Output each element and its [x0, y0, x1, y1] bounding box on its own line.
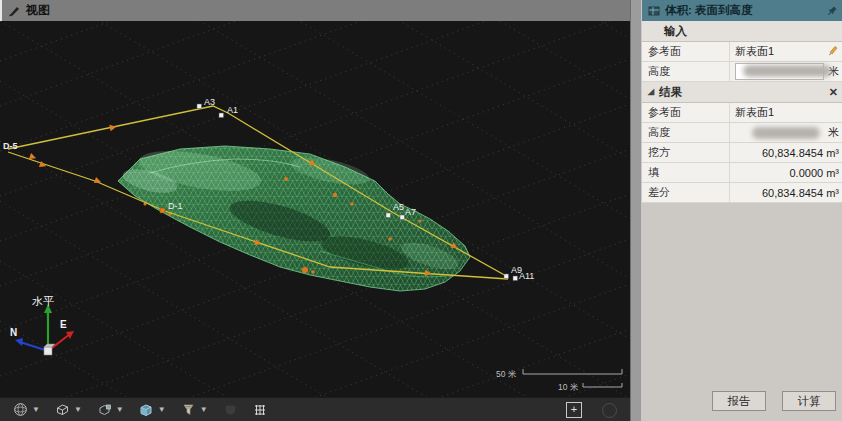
difference-volume-text: 60,834.8454 m³: [762, 187, 839, 199]
volume-panel: 体积: 表面到高度 输入 参考面 新表面1 高度 米: [642, 0, 842, 421]
point-cloud-disabled-icon: [222, 401, 239, 418]
cut-volume-text: 60,834.8454 m³: [762, 147, 839, 159]
result-height-row: 高度 米: [642, 123, 842, 143]
clear-results-icon[interactable]: ✕: [829, 86, 838, 99]
reference-surface-value-cell[interactable]: 新表面1: [730, 42, 842, 61]
svg-text:N: N: [10, 327, 17, 338]
height-input[interactable]: [735, 63, 824, 80]
render-mode-dropdown[interactable]: ▼: [31, 406, 41, 414]
add-view-button[interactable]: +: [566, 402, 582, 418]
panel-button-row: 报告 计算: [642, 387, 842, 421]
report-button[interactable]: 报告: [712, 391, 766, 411]
view-box-dropdown[interactable]: ▼: [115, 406, 125, 414]
pin-icon[interactable]: [826, 5, 838, 17]
fill-volume-row: 填 0.0000 m³: [642, 163, 842, 183]
clip-box-dropdown[interactable]: ▼: [73, 406, 83, 414]
svg-text:50 米: 50 米: [496, 369, 517, 379]
panel-empty-area: [642, 203, 842, 387]
svg-text:A3: A3: [204, 97, 215, 107]
reference-surface-input-row: 参考面 新表面1: [642, 42, 842, 62]
view-box-icon[interactable]: [96, 401, 113, 418]
render-mode-icon[interactable]: [12, 401, 29, 418]
svg-text:水平: 水平: [32, 295, 54, 307]
input-section-header[interactable]: 输入: [642, 21, 842, 42]
fill-volume-value: 0.0000 m³: [730, 163, 842, 182]
view-3d: 视图: [0, 0, 630, 421]
filter-dropdown[interactable]: ▼: [199, 406, 209, 414]
clip-box-icon[interactable]: [54, 401, 71, 418]
height-input-row: 高度 米: [642, 62, 842, 82]
svg-text:A1: A1: [227, 105, 238, 115]
panel-splitter[interactable]: [630, 0, 642, 421]
panel-titlebar[interactable]: 体积: 表面到高度: [642, 0, 842, 21]
svg-text:A5: A5: [393, 202, 404, 212]
result-height-label: 高度: [642, 123, 730, 142]
height-value-redacted: [743, 65, 831, 77]
app-window: 视图: [0, 0, 842, 421]
svg-text:A11: A11: [519, 271, 534, 281]
results-section-label: 结果: [659, 85, 682, 100]
cut-volume-label: 挖方: [642, 143, 730, 162]
result-reference-surface-text: 新表面1: [735, 105, 774, 120]
reference-surface-value: 新表面1: [735, 44, 774, 59]
pan-disabled-icon: [602, 403, 617, 418]
svg-text:D-5: D-5: [3, 141, 18, 151]
result-height-unit: 米: [828, 125, 839, 140]
cut-volume-row: 挖方 60,834.8454 m³: [642, 143, 842, 163]
svg-text:D-1: D-1: [168, 201, 183, 211]
scene-wrap: A3 A1 D-5 D-1 A5 A7 A9 A11 水平 N: [0, 21, 630, 397]
input-section-label: 输入: [664, 24, 687, 39]
result-height-value: 米: [730, 123, 842, 142]
height-label: 高度: [642, 62, 730, 81]
fill-volume-text: 0.0000 m³: [789, 167, 839, 179]
view-pen-icon: [8, 4, 21, 17]
difference-volume-row: 差分 60,834.8454 m³: [642, 183, 842, 203]
grid-icon[interactable]: [252, 401, 269, 418]
result-reference-surface-row: 参考面 新表面1: [642, 103, 842, 123]
svg-text:A7: A7: [405, 207, 416, 217]
result-height-redacted: [752, 127, 820, 139]
cut-volume-value: 60,834.8454 m³: [730, 143, 842, 162]
fill-volume-label: 填: [642, 163, 730, 182]
viewport-titlebar[interactable]: 视图: [0, 0, 630, 21]
volume-panel-icon: [648, 5, 660, 17]
difference-volume-value: 60,834.8454 m³: [730, 183, 842, 202]
collapse-icon[interactable]: ◢: [648, 88, 654, 96]
height-value-cell: 米: [730, 62, 842, 81]
difference-volume-label: 差分: [642, 183, 730, 202]
svg-text:10 米: 10 米: [558, 382, 579, 392]
filter-icon[interactable]: [180, 401, 197, 418]
viewport-title: 视图: [26, 2, 50, 19]
calculate-button[interactable]: 计算: [782, 391, 836, 411]
scene-3d[interactable]: A3 A1 D-5 D-1 A5 A7 A9 A11 水平 N: [0, 21, 630, 397]
svg-text:E: E: [60, 319, 67, 330]
viewport-toolbar: ▼ ▼ ▼ ▼: [0, 397, 630, 421]
results-section-header[interactable]: ◢ 结果 ✕: [642, 82, 842, 103]
terrain-mesh[interactable]: [118, 143, 470, 291]
panel-title: 体积: 表面到高度: [665, 3, 821, 18]
result-reference-surface-value: 新表面1: [730, 103, 842, 122]
shaded-cube-dropdown[interactable]: ▼: [157, 406, 167, 414]
shaded-cube-icon[interactable]: [138, 401, 155, 418]
edit-icon[interactable]: [826, 45, 839, 58]
reference-surface-label: 参考面: [642, 42, 730, 61]
result-reference-surface-label: 参考面: [642, 103, 730, 122]
scale-bars: 50 米 10 米: [496, 369, 622, 392]
